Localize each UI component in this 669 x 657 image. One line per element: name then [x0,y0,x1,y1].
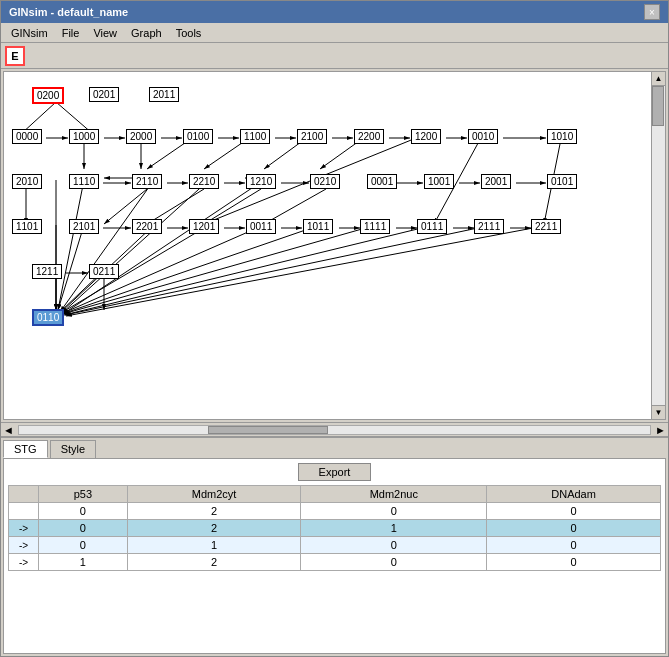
menu-file[interactable]: File [56,25,86,41]
close-button[interactable]: × [644,4,660,20]
cell-mdm2nuc: 0 [301,537,487,554]
node-1100[interactable]: 1100 [240,129,270,144]
node-2010[interactable]: 2010 [12,174,42,189]
col-header-mdm2nuc: Mdm2nuc [301,486,487,503]
node-1011[interactable]: 1011 [303,219,333,234]
node-0110[interactable]: 0110 [32,309,64,326]
node-1200[interactable]: 1200 [411,129,441,144]
cell-mdm2cyt: 1 [127,537,301,554]
horizontal-scrollbar[interactable]: ◄ ► [1,422,668,436]
scroll-down-button[interactable]: ▼ [652,405,665,419]
node-0201[interactable]: 0201 [89,87,119,102]
node-0011[interactable]: 0011 [246,219,276,234]
menu-ginsim[interactable]: GINsim [5,25,54,41]
scroll-track[interactable] [652,86,665,405]
menu-tools[interactable]: Tools [170,25,208,41]
cell-mdm2cyt: 2 [127,520,301,537]
node-2211[interactable]: 2211 [531,219,561,234]
table-row: ->1200 [9,554,661,571]
node-1101[interactable]: 1101 [12,219,42,234]
col-header-mdm2cyt: Mdm2cyt [127,486,301,503]
e-button[interactable]: E [5,46,25,66]
cell-dnadam: 0 [487,520,661,537]
node-0100[interactable]: 0100 [183,129,213,144]
node-1211[interactable]: 1211 [32,264,62,279]
node-1110[interactable]: 1110 [69,174,99,189]
menu-view[interactable]: View [87,25,123,41]
node-2110[interactable]: 2110 [132,174,162,189]
node-0210[interactable]: 0210 [310,174,340,189]
vertical-scrollbar[interactable]: ▲ ▼ [651,72,665,419]
node-2101[interactable]: 2101 [69,219,99,234]
node-0010[interactable]: 0010 [468,129,498,144]
table-row: ->0100 [9,537,661,554]
svg-line-31 [58,180,84,310]
cell-arrow: -> [9,537,39,554]
svg-line-37 [62,180,209,313]
toolbar: E [1,43,668,69]
graph-area[interactable]: 0200 0201 2011 0000 1000 2000 0100 1100 … [3,71,666,420]
tab-stg[interactable]: STG [3,440,48,458]
col-header-dnadam: DNAdam [487,486,661,503]
svg-line-36 [60,180,154,312]
app-window: GINsim - default_name × GINsim File View… [0,0,669,657]
cell-mdm2cyt: 2 [127,503,301,520]
cell-dnadam: 0 [487,554,661,571]
node-2100[interactable]: 2100 [297,129,327,144]
cell-dnadam: 0 [487,503,661,520]
svg-line-46 [66,225,549,316]
title-text: GINsim - default_name [9,6,128,18]
node-2011[interactable]: 2011 [149,87,179,102]
node-2001[interactable]: 2001 [481,174,511,189]
svg-line-40 [61,225,209,313]
table-header-row: p53 Mdm2cyt Mdm2nuc DNAdam [9,486,661,503]
node-0000[interactable]: 0000 [12,129,42,144]
node-1111[interactable]: 1111 [360,219,390,234]
scroll-right-button[interactable]: ► [653,424,668,436]
scroll-up-button[interactable]: ▲ [652,72,665,86]
node-2000[interactable]: 2000 [126,129,156,144]
cell-mdm2nuc: 1 [301,520,487,537]
cell-arrow: -> [9,520,39,537]
tab-bar: STG Style [1,438,668,458]
node-1000[interactable]: 1000 [69,129,99,144]
cell-p53: 1 [39,554,128,571]
col-header-arrow [9,486,39,503]
cell-p53: 0 [39,520,128,537]
node-1001[interactable]: 1001 [424,174,454,189]
node-0211[interactable]: 0211 [89,264,119,279]
node-0001[interactable]: 0001 [367,174,397,189]
cell-p53: 0 [39,537,128,554]
scroll-left-button[interactable]: ◄ [1,424,16,436]
cell-mdm2nuc: 0 [301,503,487,520]
table-row: ->0210 [9,520,661,537]
node-2200[interactable]: 2200 [354,129,384,144]
main-content: 0200 0201 2011 0000 1000 2000 0100 1100 … [1,69,668,656]
h-scroll-thumb[interactable] [208,426,328,434]
node-0111[interactable]: 0111 [417,219,447,234]
tab-style[interactable]: Style [50,440,96,458]
menu-graph[interactable]: Graph [125,25,168,41]
node-2201[interactable]: 2201 [132,219,162,234]
svg-line-38 [63,180,264,314]
svg-line-44 [64,225,434,315]
col-header-p53: p53 [39,486,128,503]
scroll-thumb[interactable] [652,86,664,126]
title-bar: GINsim - default_name × [1,1,668,23]
node-1201[interactable]: 1201 [189,219,219,234]
graph-svg [4,72,665,419]
export-section: Export [8,463,661,481]
svg-line-45 [65,225,492,315]
stg-tbody: 0200->0210->0100->1200 [9,503,661,571]
node-0101[interactable]: 0101 [547,174,577,189]
cell-mdm2cyt: 2 [127,554,301,571]
node-2111[interactable]: 2111 [474,219,504,234]
stg-table: p53 Mdm2cyt Mdm2nuc DNAdam 0200->0210->0… [8,485,661,571]
node-2210[interactable]: 2210 [189,174,219,189]
export-button[interactable]: Export [298,463,372,481]
h-scroll-track[interactable] [18,425,651,435]
cell-dnadam: 0 [487,537,661,554]
node-1210[interactable]: 1210 [246,174,276,189]
node-0200[interactable]: 0200 [32,87,64,104]
node-1010[interactable]: 1010 [547,129,577,144]
